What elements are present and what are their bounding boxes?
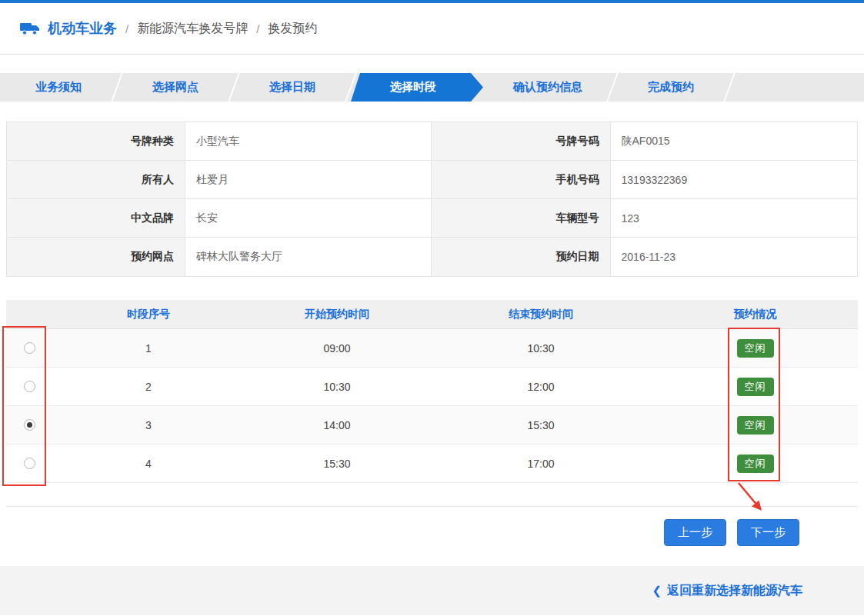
breadcrumb-separator: / (125, 22, 128, 35)
breadcrumb-appointment: 换发预约 (268, 21, 317, 37)
slot-radio-cell (6, 445, 52, 482)
slots-body: 109:0010:30空闲210:3012:00空闲314:0015:30空闲4… (6, 329, 858, 483)
slot-status-cell: 空闲 (652, 406, 858, 444)
slot-radio[interactable] (24, 381, 35, 392)
slot-status-cell: 空闲 (652, 445, 858, 482)
slots-header-radio-spacer (6, 300, 52, 328)
slot-start: 15:30 (245, 445, 429, 482)
status-badge: 空闲 (737, 378, 774, 396)
slot-radio-cell (6, 329, 52, 367)
info-value: 碑林大队警务大厅 (185, 238, 432, 276)
steps-bar: 业务须知选择网点选择日期选择时段确认预约信息完成预约 (0, 73, 864, 102)
step-tab-6[interactable]: 完成预约 (612, 73, 729, 102)
info-value: 13193322369 (611, 161, 857, 199)
info-value: 陕AF0015 (611, 122, 857, 161)
breadcrumb-plate-renewal[interactable]: 新能源汽车换发号牌 (137, 21, 248, 37)
slot-end: 15:30 (429, 406, 652, 444)
info-value: 长安 (185, 199, 432, 238)
info-label: 号牌号码 (432, 122, 610, 161)
step-tab-2[interactable]: 选择网点 (117, 73, 234, 102)
info-table: 号牌种类小型汽车号牌号码陕AF0015所有人杜爱月手机号码13193322369… (6, 122, 858, 277)
slot-row: 314:0015:30空闲 (6, 406, 858, 445)
slot-radio[interactable] (24, 342, 35, 354)
info-label: 号牌种类 (7, 122, 185, 161)
info-label: 车辆型号 (432, 199, 610, 238)
slots-table: 时段序号开始预约时间结束预约时间预约情况 109:0010:30空闲210:30… (6, 300, 858, 483)
info-value: 杜爱月 (185, 161, 432, 199)
info-label: 预约网点 (7, 238, 185, 276)
slot-start: 14:00 (245, 406, 429, 444)
action-bar: 上一步 下一步 (6, 506, 858, 557)
info-value: 小型汽车 (185, 122, 432, 161)
slot-end: 17:00 (429, 445, 652, 482)
prev-step-button[interactable]: 上一步 (664, 519, 726, 546)
back-arrow-icon: ❮ (652, 584, 662, 598)
slot-seq: 1 (52, 329, 245, 367)
step-label: 选择网点 (152, 80, 198, 95)
info-value: 2016-11-23 (611, 238, 857, 276)
next-step-button[interactable]: 下一步 (737, 519, 799, 546)
slot-radio[interactable] (24, 419, 35, 431)
breadcrumb-vehicle-services[interactable]: 机动车业务 (48, 19, 117, 38)
breadcrumb-separator: / (256, 22, 259, 35)
slot-status-cell: 空闲 (652, 329, 858, 367)
step-label: 选择时段 (390, 80, 436, 95)
slot-seq: 2 (52, 368, 245, 405)
slot-row: 415:3017:00空闲 (6, 445, 858, 483)
slot-row: 210:3012:00空闲 (6, 368, 858, 406)
step-tab-5[interactable]: 确认预约信息 (483, 73, 612, 102)
info-value: 123 (611, 199, 857, 238)
step-label: 完成预约 (648, 80, 694, 95)
step-label: 选择日期 (269, 80, 315, 95)
slot-radio[interactable] (24, 458, 35, 469)
slot-seq: 3 (52, 406, 245, 444)
step-tab-1[interactable]: 业务须知 (0, 73, 117, 102)
slots-header-cell: 时段序号 (52, 300, 245, 328)
slot-radio-cell (6, 406, 52, 444)
slots-header-cell: 结束预约时间 (429, 300, 652, 328)
status-badge: 空闲 (737, 339, 774, 358)
step-tab-4[interactable]: 选择时段 (351, 73, 483, 102)
status-badge: 空闲 (737, 455, 774, 473)
slot-start: 09:00 (245, 329, 429, 367)
info-label: 手机号码 (432, 161, 610, 199)
back-to-vehicle-select-link[interactable]: ❮ 返回重新选择新能源汽车 (652, 583, 802, 599)
slots-header-cell: 预约情况 (652, 300, 858, 328)
slots-header-cell: 开始预约时间 (245, 300, 429, 328)
step-label: 确认预约信息 (513, 80, 582, 95)
slot-status-cell: 空闲 (652, 368, 858, 405)
slot-radio-cell (6, 368, 52, 405)
slot-end: 10:30 (429, 329, 652, 367)
slot-seq: 4 (52, 445, 245, 482)
info-label: 中文品牌 (7, 199, 185, 238)
header: 机动车业务 / 新能源汽车换发号牌 / 换发预约 (0, 0, 864, 55)
truck-icon (20, 21, 40, 36)
info-label: 预约日期 (432, 238, 610, 276)
slot-start: 10:30 (245, 368, 429, 405)
footer-bar: ❮ 返回重新选择新能源汽车 (0, 566, 864, 615)
slot-end: 12:00 (429, 368, 652, 405)
slots-header: 时段序号开始预约时间结束预约时间预约情况 (6, 300, 858, 329)
back-link-label: 返回重新选择新能源汽车 (667, 583, 802, 599)
slot-row: 109:0010:30空闲 (6, 329, 858, 368)
step-label: 业务须知 (35, 80, 82, 95)
status-badge: 空闲 (737, 416, 774, 435)
step-tab-3[interactable]: 选择日期 (234, 73, 351, 102)
info-label: 所有人 (7, 161, 185, 199)
